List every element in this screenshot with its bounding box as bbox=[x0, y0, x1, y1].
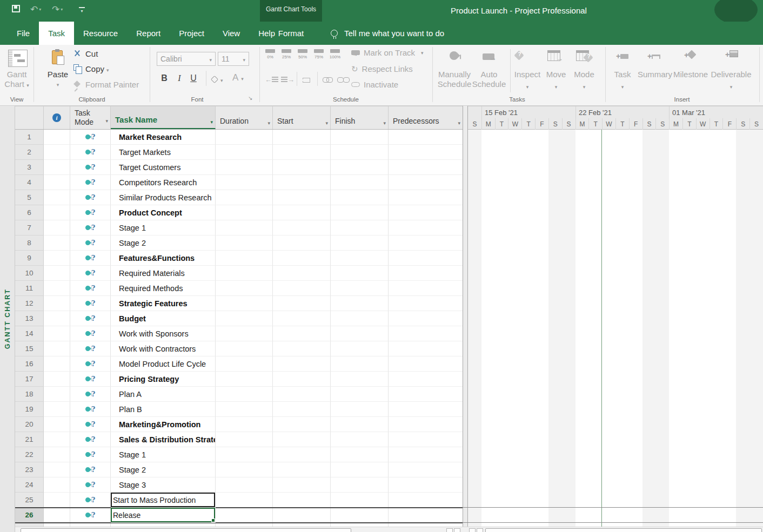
finish-cell[interactable] bbox=[331, 387, 389, 402]
timescale-header[interactable]: 15 Feb '21 22 Feb '21 01 Mar '21 S M T W… bbox=[468, 106, 763, 130]
task-name-cell[interactable]: Release bbox=[111, 508, 216, 523]
duration-cell[interactable] bbox=[216, 205, 273, 220]
move-button[interactable]: Move bbox=[544, 70, 568, 90]
save-button[interactable] bbox=[12, 5, 20, 12]
info-cell[interactable] bbox=[44, 417, 70, 432]
chart-scroll-left-button[interactable] bbox=[469, 528, 476, 532]
task-mode-cell[interactable]: ? bbox=[70, 402, 111, 417]
duration-cell[interactable] bbox=[216, 311, 273, 326]
duration-cell[interactable] bbox=[216, 477, 273, 493]
percent-complete-button[interactable]: 0% bbox=[264, 49, 277, 59]
row-number[interactable]: 19 bbox=[15, 402, 44, 417]
finish-cell[interactable] bbox=[331, 447, 389, 462]
task-mode-cell[interactable]: ? bbox=[70, 387, 111, 402]
task-name-cell[interactable]: Target Markets bbox=[111, 145, 216, 160]
bold-button[interactable]: B bbox=[158, 72, 171, 85]
row-number[interactable]: 23 bbox=[15, 462, 44, 477]
finish-cell[interactable] bbox=[331, 235, 389, 251]
info-cell[interactable] bbox=[44, 235, 70, 251]
ribbon-tab[interactable]: Project bbox=[170, 22, 213, 45]
info-cell[interactable] bbox=[44, 130, 70, 145]
task-mode-cell[interactable]: ? bbox=[70, 326, 111, 341]
task-name-cell[interactable]: Stage 2 bbox=[111, 235, 216, 251]
background-color-button[interactable] bbox=[212, 75, 223, 84]
undo-dropdown-icon[interactable]: ▾ bbox=[39, 7, 41, 12]
insert-deliverable-button[interactable]: Deliverable bbox=[709, 70, 753, 90]
task-name-cell[interactable]: Model Product Life Cycle bbox=[111, 356, 216, 372]
start-cell[interactable] bbox=[273, 251, 331, 266]
info-cell[interactable] bbox=[44, 281, 70, 296]
info-cell[interactable] bbox=[44, 447, 70, 462]
task-name-cell[interactable]: Competitors Research bbox=[111, 175, 216, 190]
task-mode-cell[interactable]: ? bbox=[70, 190, 111, 205]
task-name-cell[interactable]: Work with Contractors bbox=[111, 341, 216, 356]
task-mode-cell[interactable]: ? bbox=[70, 235, 111, 251]
inactivate-button[interactable]: Inactivate bbox=[351, 80, 398, 89]
mode-button[interactable]: Mode bbox=[572, 70, 597, 90]
duration-cell[interactable] bbox=[216, 130, 273, 145]
predecessors-cell[interactable] bbox=[389, 493, 463, 508]
duration-cell[interactable] bbox=[216, 220, 273, 235]
row-number[interactable]: 1 bbox=[15, 130, 44, 145]
task-mode-cell[interactable]: ? bbox=[70, 160, 111, 175]
duration-cell[interactable] bbox=[216, 326, 273, 341]
gantt-chart-area[interactable] bbox=[468, 130, 763, 527]
start-cell[interactable] bbox=[273, 447, 331, 462]
task-mode-cell[interactable]: ? bbox=[70, 417, 111, 432]
ribbon-tab[interactable]: File bbox=[8, 22, 39, 45]
duration-cell[interactable] bbox=[216, 356, 273, 372]
start-cell[interactable] bbox=[273, 417, 331, 432]
finish-cell[interactable] bbox=[331, 417, 389, 432]
info-cell[interactable] bbox=[44, 145, 70, 160]
row-number[interactable]: 21 bbox=[15, 432, 44, 447]
info-cell[interactable] bbox=[44, 205, 70, 220]
task-mode-cell[interactable]: ? bbox=[70, 356, 111, 372]
row-number[interactable]: 13 bbox=[15, 311, 44, 326]
filter-arrow-icon[interactable]: ▾ bbox=[267, 120, 270, 126]
task-name-cell[interactable]: Features&Functions bbox=[111, 251, 216, 266]
task-mode-cell[interactable]: ? bbox=[70, 508, 111, 523]
start-column-header[interactable]: Start▾ bbox=[273, 106, 331, 129]
predecessors-cell[interactable] bbox=[389, 402, 463, 417]
predecessors-cell[interactable] bbox=[389, 251, 463, 266]
view-strip[interactable]: GANTT CHART bbox=[0, 106, 15, 532]
row-number[interactable]: 10 bbox=[15, 266, 44, 281]
task-name-cell[interactable]: Stage 2 bbox=[111, 462, 216, 477]
outdent-task-button[interactable]: ← bbox=[265, 75, 278, 84]
start-cell[interactable] bbox=[273, 432, 331, 447]
task-mode-cell[interactable]: ? bbox=[70, 175, 111, 190]
insert-summary-button[interactable]: Summary bbox=[637, 70, 673, 79]
finish-cell[interactable] bbox=[331, 130, 389, 145]
start-cell[interactable] bbox=[273, 145, 331, 160]
duration-cell[interactable] bbox=[216, 296, 273, 311]
redo-dropdown-icon[interactable]: ▾ bbox=[61, 7, 63, 12]
font-dialog-launcher-icon[interactable]: ↘ bbox=[248, 95, 252, 101]
start-cell[interactable] bbox=[273, 130, 331, 145]
info-cell[interactable] bbox=[44, 356, 70, 372]
finish-cell[interactable] bbox=[331, 493, 389, 508]
start-cell[interactable] bbox=[273, 402, 331, 417]
predecessors-cell[interactable] bbox=[389, 205, 463, 220]
predecessors-cell[interactable] bbox=[389, 508, 463, 523]
row-number[interactable]: 12 bbox=[15, 296, 44, 311]
finish-cell[interactable] bbox=[331, 160, 389, 175]
finish-cell[interactable] bbox=[331, 432, 389, 447]
task-name-cell[interactable]: Market Research bbox=[111, 130, 216, 145]
info-cell[interactable] bbox=[44, 220, 70, 235]
task-name-cell[interactable]: Budget bbox=[111, 311, 216, 326]
task-mode-cell[interactable]: ? bbox=[70, 130, 111, 145]
row-number[interactable]: 8 bbox=[15, 235, 44, 251]
task-name-cell[interactable]: Stage 1 bbox=[111, 447, 216, 462]
duration-cell[interactable] bbox=[216, 145, 273, 160]
tell-me-box[interactable]: Tell me what you want to do bbox=[331, 22, 444, 45]
tab-format[interactable]: Format bbox=[260, 22, 322, 45]
task-name-cell[interactable]: Marketing&Promotion bbox=[111, 417, 216, 432]
row-number[interactable]: 25 bbox=[15, 493, 44, 508]
row-number[interactable]: 26 bbox=[15, 508, 44, 523]
info-cell[interactable] bbox=[44, 190, 70, 205]
task-mode-cell[interactable]: ? bbox=[70, 462, 111, 477]
start-cell[interactable] bbox=[273, 266, 331, 281]
finish-cell[interactable] bbox=[331, 462, 389, 477]
percent-complete-button[interactable]: 100% bbox=[329, 49, 342, 59]
finish-cell[interactable] bbox=[331, 220, 389, 235]
